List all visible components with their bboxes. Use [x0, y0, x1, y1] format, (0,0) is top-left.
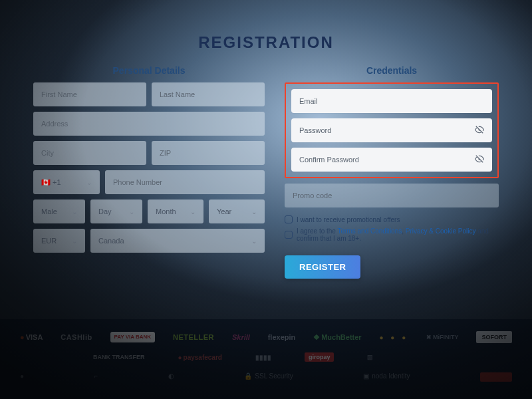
registration-page: REGISTRATION Personal Details — [0, 0, 532, 279]
personal-details-column: Personal Details — [33, 65, 265, 279]
cashlib-logo: CASHlib — [61, 333, 92, 341]
password-field[interactable] — [291, 118, 492, 142]
last-name-input[interactable] — [160, 82, 257, 106]
ssl-security: 🔒 SSL Security — [244, 372, 293, 380]
partner-2: ◐ — [168, 372, 174, 380]
credentials-highlight — [285, 82, 499, 178]
muchbetter-logo: ❖ MuchBetter — [313, 333, 362, 342]
terms-checkbox-row[interactable]: I agree to the Terms and Conditions, Pri… — [285, 227, 499, 242]
gender-select[interactable]: Male ⌄ — [33, 200, 85, 223]
tiny-logo: ▧ — [367, 354, 373, 360]
credentials-heading: Credentials — [285, 65, 499, 76]
day-select[interactable]: Day ⌄ — [90, 200, 142, 223]
terms-link[interactable]: Terms and Conditions — [338, 227, 402, 235]
last-name-field[interactable] — [152, 82, 265, 106]
eye-off-icon[interactable] — [475, 154, 484, 166]
footer: ●VISA CASHlib PAY VIA BANK NETELLER Skri… — [0, 319, 532, 399]
chevron-down-icon: ⌄ — [72, 208, 77, 215]
checkbox-icon[interactable] — [285, 231, 293, 239]
address-field[interactable] — [33, 112, 265, 136]
payment-row-1: ●VISA CASHlib PAY VIA BANK NETELLER Skri… — [20, 331, 512, 343]
banktransfer-logo: BANK TRANSFER — [93, 354, 145, 360]
phone-input[interactable] — [113, 170, 257, 194]
country-value: Canada — [98, 237, 124, 245]
dial-code-value: 🇨🇦 +1 — [41, 178, 61, 187]
chevron-down-icon: ⌄ — [251, 208, 257, 215]
partner-3 — [480, 372, 512, 382]
month-value: Month — [156, 207, 176, 215]
chevron-down-icon: ⌄ — [251, 237, 257, 245]
zip-input[interactable] — [160, 141, 257, 165]
register-button[interactable]: REGISTER — [285, 255, 360, 279]
crypto-logo: ● ● ● — [380, 334, 409, 341]
address-input[interactable] — [41, 112, 257, 136]
privacy-link[interactable]: Privacy & Cookie Policy — [406, 227, 476, 235]
promo-offers-checkbox-row[interactable]: I want to receive promotional offers — [285, 215, 499, 223]
chevron-down-icon: ⌄ — [129, 208, 134, 215]
chevron-down-icon: ⌄ — [72, 237, 77, 245]
eye-off-icon[interactable] — [475, 125, 484, 136]
neteller-logo: NETELLER — [173, 333, 214, 341]
payment-row-2: BANK TRANSFER ● paysafecard ▮▮▮▮ giropay… — [20, 352, 512, 362]
currency-value: EUR — [41, 237, 57, 245]
visa-logo: ●VISA — [20, 333, 43, 341]
country-select[interactable]: Canada ⌄ — [90, 229, 265, 253]
phone-field[interactable] — [105, 170, 265, 194]
promo-code-field[interactable] — [285, 184, 499, 207]
chevron-down-icon: ⌄ — [86, 179, 92, 186]
email-field[interactable] — [291, 89, 492, 113]
sofort-logo: SOFORT — [476, 331, 512, 343]
zip-field[interactable] — [152, 141, 265, 165]
skrill-logo: Skrill — [232, 333, 250, 341]
giropay-logo: giropay — [305, 352, 334, 362]
grey-logo: ▮▮▮▮ — [255, 354, 271, 361]
day-value: Day — [98, 207, 112, 215]
gender-value: Male — [41, 207, 57, 215]
first-name-input[interactable] — [41, 82, 138, 106]
year-value: Year — [217, 207, 231, 215]
city-input[interactable] — [41, 141, 138, 165]
first-name-field[interactable] — [33, 82, 146, 106]
email-input[interactable] — [299, 89, 484, 113]
promo-code-input[interactable] — [293, 184, 491, 207]
footer-row-3: ● ⌐ ◐ 🔒 SSL Security ▣ noda Identity — [20, 371, 512, 382]
page-title: REGISTRATION — [33, 33, 499, 52]
promo-offers-label: I want to receive promotional offers — [297, 216, 400, 223]
month-select[interactable]: Month ⌄ — [148, 200, 203, 223]
year-select[interactable]: Year ⌄ — [209, 200, 265, 223]
city-field[interactable] — [33, 141, 146, 165]
flexepin-logo: flexepin — [268, 333, 296, 341]
password-input[interactable] — [299, 118, 471, 142]
personal-heading: Personal Details — [33, 65, 265, 76]
payviabank-logo: PAY VIA BANK — [110, 332, 156, 342]
dial-code-select[interactable]: 🇨🇦 +1 ⌄ — [33, 170, 100, 194]
confirm-password-input[interactable] — [299, 148, 471, 172]
confirm-password-field[interactable] — [291, 148, 492, 172]
partner-1: ⌐ — [94, 372, 98, 380]
terms-label: I agree to the Terms and Conditions, Pri… — [297, 227, 499, 242]
noda-identity: ▣ noda Identity — [363, 372, 410, 380]
age-badge: ● — [20, 372, 24, 380]
mifinity-logo: ✖ MiFINITY — [426, 334, 459, 340]
currency-select[interactable]: EUR ⌄ — [33, 229, 85, 253]
credentials-column: Credentials — [285, 65, 499, 279]
checkbox-icon[interactable] — [285, 215, 293, 223]
paysafecard-logo: ● paysafecard — [178, 354, 222, 361]
chevron-down-icon: ⌄ — [190, 208, 196, 215]
